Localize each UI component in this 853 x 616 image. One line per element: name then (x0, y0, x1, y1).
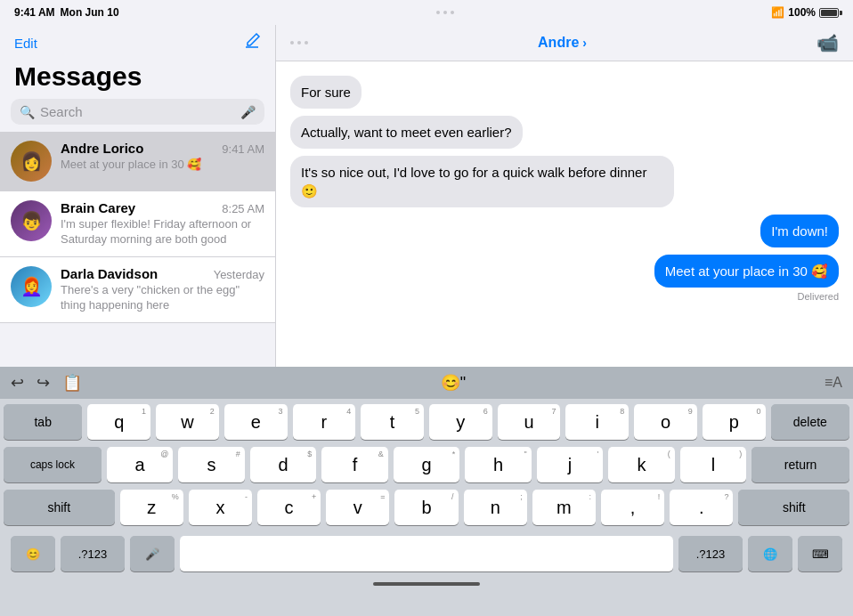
dot3 (451, 11, 454, 14)
wifi-icon: 📶 (771, 6, 784, 19)
key-z[interactable]: %z (120, 490, 183, 525)
key-row-3: shift %z -x +c =v /b ;n :m !, ?. shift (4, 490, 849, 525)
conversation-item-brain[interactable]: 👦 Brain Carey 8:25 AM I'm super flexible… (0, 191, 275, 257)
key-t[interactable]: 5t (361, 404, 424, 440)
key-row-2: caps lock @a #s $d &f *g "h 'j (k )l ret… (4, 447, 849, 482)
keyboard-area: ↩ ↪ 📋 😊" ≡A tab 1q 2w 3e 4r 5t 6y 7u 8i … (0, 367, 853, 616)
key-row-bottom: 😊 .?123 🎤 .?123 🌐 ⌨ (4, 532, 849, 575)
home-bar (373, 582, 480, 586)
key-period[interactable]: ?. (670, 490, 733, 525)
key-k[interactable]: (k (608, 447, 674, 482)
toolbar-emoji[interactable]: 😊" (441, 373, 466, 393)
shift-key-left[interactable]: shift (4, 490, 115, 525)
compose-button[interactable] (243, 32, 261, 54)
avatar-darla: 👩‍🦰 (11, 266, 52, 307)
avatar-andre: 👩 (11, 141, 52, 182)
toolbar-left: ↩ ↪ 📋 (11, 373, 82, 393)
text-format-icon[interactable]: ≡A (825, 375, 842, 391)
status-day: Mon Jun 10 (61, 6, 119, 19)
key-r[interactable]: 4r (293, 404, 356, 440)
message-bubble-1: Actually, want to meet even earlier? (290, 116, 523, 149)
return-key[interactable]: return (751, 447, 849, 482)
home-indicator (0, 580, 853, 588)
undo-icon[interactable]: ↩ (11, 373, 24, 393)
key-g[interactable]: *g (394, 447, 459, 482)
video-call-icon[interactable]: 📹 (816, 32, 839, 53)
key-i[interactable]: 8i (565, 404, 629, 440)
shift-key-right[interactable]: shift (738, 490, 849, 525)
key-n[interactable]: ;n (464, 490, 527, 525)
search-bar[interactable]: 🔍 Search 🎤 (11, 99, 264, 125)
number-key-right[interactable]: .?123 (678, 536, 743, 571)
dot5 (297, 41, 301, 45)
key-e[interactable]: 3e (224, 404, 288, 440)
chat-contact-name[interactable]: Andre › (538, 35, 587, 51)
space-key[interactable] (180, 536, 673, 571)
edit-button[interactable]: Edit (14, 36, 37, 51)
conv-content-brain: Brain Carey 8:25 AM I'm super flexible! … (61, 200, 264, 247)
battery-icon (819, 8, 839, 18)
conversation-item-darla[interactable]: 👩‍🦰 Darla Davidson Yesterday There's a v… (0, 257, 275, 323)
delete-key[interactable]: delete (771, 404, 849, 440)
message-bubble-4: Meet at your place in 30 🥰 (654, 255, 839, 288)
chevron-right-icon: › (582, 36, 587, 50)
key-q[interactable]: 1q (87, 404, 150, 440)
key-b[interactable]: /b (394, 490, 458, 525)
avatar-brain: 👦 (11, 200, 52, 241)
key-c[interactable]: +c (257, 490, 321, 525)
search-icon: 🔍 (20, 105, 35, 119)
globe-key[interactable]: 🌐 (748, 536, 792, 571)
battery-label: 100% (788, 6, 816, 19)
keyboard-toolbar: ↩ ↪ 📋 😊" ≡A (0, 367, 853, 399)
key-h[interactable]: "h (465, 447, 531, 482)
conv-name-darla: Darla Davidson (61, 266, 158, 281)
key-s[interactable]: #s (178, 447, 244, 482)
conv-preview-andre: Meet at your place in 30 🥰 (61, 158, 264, 173)
key-f[interactable]: &f (321, 447, 387, 482)
delivered-status: Delivered (798, 291, 839, 302)
emoji-key[interactable]: 😊 (11, 536, 55, 571)
dot1 (436, 11, 440, 14)
message-bubble-0: For sure (290, 76, 362, 109)
key-w[interactable]: 2w (156, 404, 219, 440)
conv-time-brain: 8:25 AM (222, 202, 264, 215)
key-d[interactable]: $d (250, 447, 316, 482)
key-y[interactable]: 6y (429, 404, 492, 440)
messages-title: Messages (0, 58, 275, 99)
dot4 (290, 41, 294, 45)
key-o[interactable]: 9o (634, 404, 697, 440)
key-j[interactable]: 'j (537, 447, 603, 482)
tab-key[interactable]: tab (4, 404, 82, 440)
key-v[interactable]: =v (326, 490, 389, 525)
conversation-item-andre[interactable]: 👩 Andre Lorico 9:41 AM Meet at your plac… (0, 132, 275, 191)
key-x[interactable]: -x (189, 490, 252, 525)
keyboard-rows: tab 1q 2w 3e 4r 5t 6y 7u 8i 9o 0p delete… (0, 399, 853, 580)
conv-content-andre: Andre Lorico 9:41 AM Meet at your place … (61, 141, 264, 173)
key-u[interactable]: 7u (498, 404, 561, 440)
conv-time-darla: Yesterday (214, 268, 264, 281)
sidebar-header: Edit (0, 25, 275, 58)
number-key[interactable]: .?123 (61, 536, 125, 571)
key-a[interactable]: @a (107, 447, 173, 482)
chat-header: Andre › 📹 (276, 25, 853, 61)
message-bubble-2: It's so nice out, I'd love to go for a q… (290, 156, 674, 207)
key-l[interactable]: )l (680, 447, 746, 482)
search-input[interactable]: Search (40, 104, 235, 119)
conv-name-brain: Brain Carey (61, 200, 135, 215)
header-dots (290, 41, 308, 45)
microphone-key[interactable]: 🎤 (130, 536, 175, 571)
redo-icon[interactable]: ↪ (37, 373, 50, 393)
mic-icon: 🎤 (240, 105, 256, 119)
caps-lock-key[interactable]: caps lock (4, 447, 102, 482)
conv-preview-darla: There's a very "chicken or the egg" thin… (61, 283, 264, 313)
conv-content-darla: Darla Davidson Yesterday There's a very … (61, 266, 264, 313)
hide-keyboard-key[interactable]: ⌨ (798, 536, 842, 571)
key-p[interactable]: 0p (703, 404, 766, 440)
key-comma[interactable]: !, (601, 490, 664, 525)
dot2 (443, 11, 447, 14)
clipboard-icon[interactable]: 📋 (62, 373, 82, 393)
conv-preview-brain: I'm super flexible! Friday afternoon or … (61, 217, 264, 247)
key-m[interactable]: :m (532, 490, 596, 525)
conv-time-andre: 9:41 AM (222, 142, 264, 156)
message-bubble-3: I'm down! (760, 215, 839, 247)
